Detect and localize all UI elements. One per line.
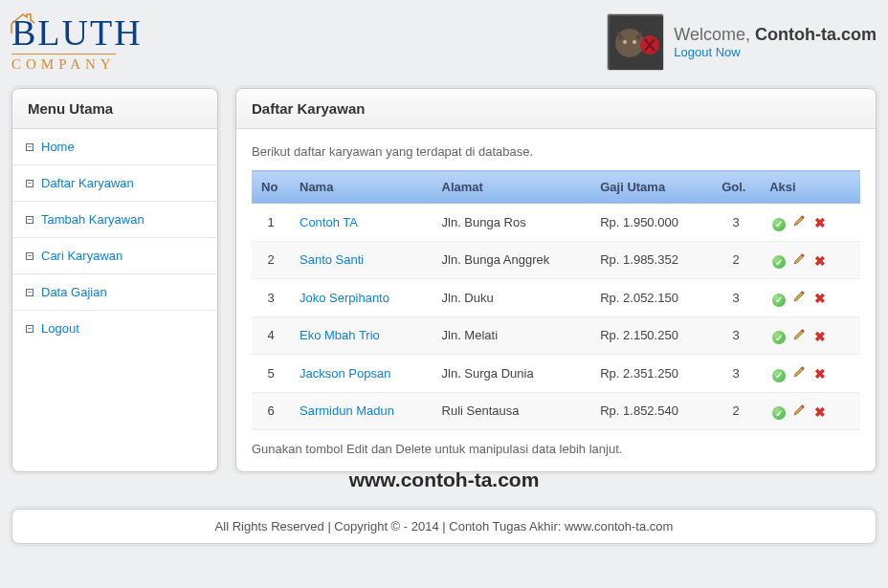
cell-nama: Joko Serpihanto [290,279,433,317]
employee-link[interactable]: Jackson Popsan [300,366,390,381]
cell-alamat: Jln. Duku [433,279,591,317]
delete-icon[interactable]: ✖ [812,291,828,306]
logo-sub-text: COMPANY [11,54,116,73]
welcome-text: Welcome, Contoh-ta.com [674,25,877,45]
sidebar-item-label[interactable]: Cari Karyawan [41,249,122,263]
cell-gol: 3 [712,279,760,317]
cell-aksi: ✓✖ [760,316,860,355]
cell-aksi: ✓✖ [760,241,860,279]
table-row: 2Santo SantiJln. Bunga AnggrekRp. 1.985.… [252,241,860,279]
delete-icon[interactable]: ✖ [812,253,828,269]
sidebar-item-label[interactable]: Daftar Karyawan [41,176,134,190]
header: BLUTH COMPANY Welcome, Contoh-t [11,11,877,73]
table-row: 4Eko Mbah TrioJln. MelatiRp. 2.150.2503✓… [252,316,860,355]
cell-gol: 3 [712,204,760,242]
collapse-icon: − [26,216,33,224]
table-header-row: No Nama Alamat Gaji Utama Gol. Aksi [252,171,860,204]
edit-icon[interactable] [791,251,807,267]
footer: All Rights Reserved | Copyright © - 2014… [11,509,877,544]
cell-nama: Eko Mbah Trio [290,316,433,355]
cell-gol: 3 [712,316,760,355]
cell-aksi: ✓✖ [760,279,860,317]
cell-gol: 3 [712,355,760,393]
svg-point-3 [633,40,636,44]
edit-icon[interactable] [791,327,807,342]
cell-aksi: ✓✖ [760,204,860,242]
accept-icon[interactable]: ✓ [772,218,786,231]
sidebar-item-home[interactable]: −Home [12,129,217,165]
logout-link[interactable]: Logout Now [674,45,740,59]
sidebar-item-data-gajian[interactable]: −Data Gajian [12,274,217,311]
cell-gaji: Rp. 1.985.352 [590,241,712,279]
delete-icon[interactable]: ✖ [812,329,828,344]
welcome-prefix: Welcome, [674,25,755,44]
cell-gaji: Rp. 1.852.540 [590,392,712,430]
col-no: No [252,171,290,204]
col-aksi: Aksi [760,171,860,204]
sidebar-item-tambah-karyawan[interactable]: −Tambah Karyawan [12,202,217,238]
employee-link[interactable]: Santo Santi [300,252,364,267]
cell-alamat: Jln. Bunga Anggrek [433,241,591,279]
sidebar-item-cari-karyawan[interactable]: −Cari Karyawan [12,238,217,274]
cell-nama: Jackson Popsan [290,355,433,393]
employee-table: No Nama Alamat Gaji Utama Gol. Aksi 1Con… [252,170,860,430]
cell-no: 1 [252,204,290,242]
col-alamat: Alamat [433,171,591,204]
sidebar-item-label[interactable]: Logout [41,321,79,336]
employee-link[interactable]: Contoh TA [300,215,358,229]
cell-aksi: ✓✖ [760,392,860,430]
cell-gol: 2 [712,241,760,279]
employee-link[interactable]: Eko Mbah Trio [300,328,380,342]
collapse-icon: − [26,180,33,187]
delete-icon[interactable]: ✖ [812,404,828,420]
sidebar-item-logout[interactable]: −Logout [12,311,217,346]
cell-nama: Santo Santi [290,241,433,279]
collapse-icon: − [26,252,33,260]
table-note: Gunakan tombol Edit dan Delete untuk man… [252,430,860,456]
cell-no: 3 [252,279,290,317]
cell-no: 6 [252,392,290,430]
edit-icon[interactable] [791,403,807,418]
sidebar-title: Menu Utama [12,89,217,129]
table-row: 6Sarmidun MadunRuli SentausaRp. 1.852.54… [252,392,860,430]
accept-icon[interactable]: ✓ [772,406,786,420]
sidebar-item-label[interactable]: Tambah Karyawan [41,212,144,227]
cell-gaji: Rp. 2.150.250 [590,316,712,355]
cell-alamat: Ruli Sentausa [433,392,591,430]
house-icon [10,2,36,44]
table-row: 3Joko SerpihantoJln. DukuRp. 2.052.1503✓… [252,279,860,317]
cell-no: 4 [252,316,290,355]
accept-icon[interactable]: ✓ [772,369,786,382]
edit-icon[interactable] [791,289,807,304]
sidebar-menu: −Home−Daftar Karyawan−Tambah Karyawan−Ca… [12,129,217,346]
avatar [607,13,664,71]
sidebar-item-label[interactable]: Home [41,140,75,154]
cell-gaji: Rp. 2.052.150 [590,279,712,317]
col-gol: Gol. [712,171,760,204]
collapse-icon: − [26,289,33,296]
delete-icon[interactable]: ✖ [812,366,828,381]
sidebar-item-daftar-karyawan[interactable]: −Daftar Karyawan [12,165,217,202]
employee-link[interactable]: Sarmidun Madun [300,403,394,418]
cell-nama: Contoh TA [290,204,433,242]
employee-link[interactable]: Joko Serpihanto [300,291,389,305]
accept-icon[interactable]: ✓ [772,331,786,344]
collapse-icon: − [26,325,33,333]
cell-nama: Sarmidun Madun [290,392,433,430]
page-title: Daftar Karyawan [236,89,876,129]
col-gaji: Gaji Utama [590,171,712,204]
delete-icon[interactable]: ✖ [812,215,828,230]
logo: BLUTH COMPANY [11,11,143,73]
collapse-icon: − [26,143,33,151]
col-nama: Nama [290,171,433,204]
accept-icon[interactable]: ✓ [772,255,786,269]
edit-icon[interactable] [791,364,807,380]
accept-icon[interactable]: ✓ [772,294,786,307]
cell-alamat: Jln. Surga Dunia [433,355,591,393]
cell-alamat: Jln. Melati [433,316,591,355]
edit-icon[interactable] [791,213,807,229]
table-row: 5Jackson PopsanJln. Surga DuniaRp. 2.351… [252,355,860,393]
cell-no: 5 [252,355,290,393]
cell-aksi: ✓✖ [760,355,860,393]
sidebar-item-label[interactable]: Data Gajian [41,285,107,299]
